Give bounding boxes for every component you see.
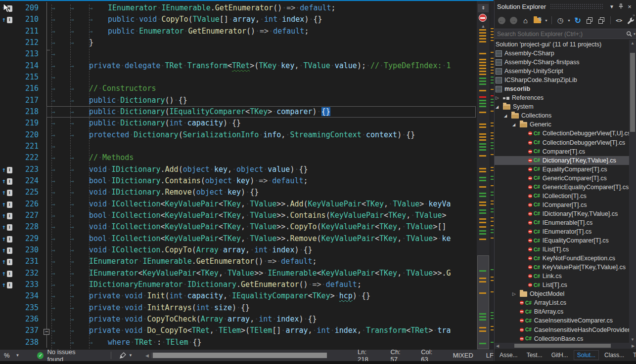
- code-text[interactable]: →→private·void·Init(int·capacity,·IEqual…: [46, 290, 476, 302]
- window-position-icon[interactable]: ▼: [607, 2, 616, 11]
- code-line[interactable]: ↑I224→→bool·IDictionary.Contains(object·…: [0, 175, 476, 187]
- tree-item[interactable]: ◢System: [495, 102, 636, 111]
- line-number[interactable]: 226: [15, 199, 39, 210]
- scrollbar-track[interactable]: [500, 344, 630, 348]
- code-text[interactable]: →→//·Methods: [46, 152, 476, 163]
- line-number[interactable]: 223: [15, 164, 39, 175]
- line-number[interactable]: 213: [15, 48, 39, 60]
- code-line[interactable]: ↑I230→→void·ICollection.CopyTo(Array·arr…: [0, 244, 476, 256]
- tree-item[interactable]: C#Comparer[T].cs: [495, 147, 636, 156]
- code-line[interactable]: ↑I225→→void·IDictionary.Remove(object·ke…: [0, 187, 476, 198]
- line-number[interactable]: 211: [15, 26, 39, 37]
- code-text[interactable]: →→IDictionaryEnumerator·IDictionary.GetE…: [46, 279, 476, 290]
- horizontal-scrollbar[interactable]: [151, 353, 320, 358]
- code-text[interactable]: →→public·Dictionary()·{}: [46, 95, 476, 106]
- code-line[interactable]: ↑I229→→bool·ICollection<KeyValuePair<TKe…: [0, 233, 476, 244]
- line-number[interactable]: 237: [15, 325, 39, 336]
- code-text[interactable]: →→private·delegate·TRet·Transform<TRet>(…: [46, 60, 476, 72]
- code-text[interactable]: →→→where·TRet·:·TElem·{}: [46, 337, 476, 348]
- collapse-region-button[interactable]: −: [44, 329, 49, 335]
- horizontal-scrollbar-thumb[interactable]: [153, 353, 327, 358]
- tree-item[interactable]: C#Dictionary[TKey,TValue].cs: [495, 156, 636, 165]
- chevron-down-icon[interactable]: ▼: [545, 19, 548, 22]
- code-text[interactable]: →→public·Dictionary(int·capacity)·{}: [46, 118, 476, 129]
- code-line[interactable]: ↑I231→→IEnumerator·IEnumerable.GetEnumer…: [0, 256, 476, 267]
- tree-horizontal-scrollbar[interactable]: ◀ ▶: [495, 343, 636, 349]
- tree-item[interactable]: Solution 'project-gui' (11 of 11 project…: [495, 40, 636, 49]
- tree-item[interactable]: C#CaseInsensitiveComparer.cs: [495, 316, 636, 325]
- expander-open-icon[interactable]: ◢: [504, 114, 511, 118]
- line-number[interactable]: 235: [15, 302, 39, 314]
- code-text[interactable]: →→private·void·Do_CopyTo<TRet,·TElem>(TE…: [46, 325, 476, 336]
- tree-item[interactable]: C#IEqualityComparer[T].cs: [495, 236, 636, 245]
- close-icon[interactable]: ×: [625, 2, 634, 11]
- scrollbar-thumb[interactable]: [514, 344, 611, 348]
- code-text[interactable]: →→bool·IDictionary.Contains(object·key)·…: [46, 175, 476, 187]
- sync-with-active-document-button[interactable]: [533, 15, 543, 26]
- override-glyph-icon[interactable]: ↑I: [0, 199, 15, 210]
- code-line[interactable]: 235→→private·void·InitArrays(int·size)·{…: [0, 302, 476, 314]
- code-line[interactable]: 222→→//·Methods: [0, 152, 476, 163]
- line-number[interactable]: 217: [15, 95, 39, 106]
- override-glyph-icon[interactable]: ↑I: [0, 233, 15, 244]
- tree-item[interactable]: C#Link.cs: [495, 272, 636, 281]
- tree-item[interactable]: C#ICollection[T].cs: [495, 192, 636, 201]
- expander-open-icon[interactable]: ◢: [496, 105, 503, 109]
- code-line[interactable]: 239→→private·static·KeyValuePair<TKey,·T…: [0, 348, 476, 350]
- code-line[interactable]: ↑I209→→→IEnumerator·IEnumerable.GetEnume…: [0, 2, 476, 14]
- code-line[interactable]: ↑I228→→void·ICollection<KeyValuePair<TKe…: [0, 221, 476, 233]
- tree-item[interactable]: C#IEnumerable[T].cs: [495, 218, 636, 227]
- tree-item[interactable]: C#IEnumerator[T].cs: [495, 227, 636, 236]
- tree-item[interactable]: ◢Generic: [495, 120, 636, 129]
- view-code-button[interactable]: <>: [614, 15, 624, 26]
- collapse-all-button[interactable]: [585, 15, 594, 26]
- scroll-right-arrow[interactable]: ▶: [630, 344, 636, 348]
- override-glyph-icon[interactable]: ↑I: [0, 221, 15, 233]
- line-number[interactable]: 236: [15, 314, 39, 325]
- home-button[interactable]: ⌂: [520, 15, 530, 26]
- tool-window-tab[interactable]: Solut...: [574, 350, 599, 360]
- line-number[interactable]: 210: [15, 14, 39, 25]
- code-text[interactable]: →→void·ICollection<KeyValuePair<TKey,·TV…: [46, 221, 476, 233]
- tool-window-tab[interactable]: Test...: [523, 350, 546, 360]
- override-glyph-icon[interactable]: ↑I: [0, 244, 15, 256]
- line-number[interactable]: 225: [15, 187, 39, 198]
- pin-icon[interactable]: [616, 2, 625, 11]
- tree-item[interactable]: C#List[T].cs: [495, 281, 636, 289]
- code-line[interactable]: 213→: [0, 48, 476, 60]
- scrollbar-thumb[interactable]: [630, 53, 635, 132]
- document-health-indicator[interactable]: ✓ No issues found: [37, 348, 90, 363]
- line-number[interactable]: 231: [15, 256, 39, 267]
- tree-item[interactable]: ▷References: [495, 93, 636, 102]
- code-text[interactable]: →→public·Dictionary(IEqualityComparer<TK…: [46, 106, 476, 118]
- code-line[interactable]: 214→→private·delegate·TRet·Transform<TRe…: [0, 60, 476, 72]
- tree-item[interactable]: Assembly-UnityScript: [495, 67, 636, 76]
- editor-scrollbar[interactable]: ⇕ ▲: [477, 1, 490, 350]
- code-text[interactable]: →→protected·Dictionary(SerializationInfo…: [46, 129, 476, 141]
- tree-item[interactable]: C#BitArray.cs: [495, 307, 636, 316]
- code-line[interactable]: 218→→public·Dictionary(IEqualityComparer…: [0, 106, 476, 118]
- override-glyph-icon[interactable]: ↑I: [0, 268, 15, 279]
- toolbar-overflow-icon[interactable]: »: [633, 13, 635, 18]
- tree-item[interactable]: C#IDictionary[TKey,TValue].cs: [495, 209, 636, 218]
- override-glyph-icon[interactable]: ↑I: [0, 14, 15, 25]
- override-glyph-icon[interactable]: ↑I: [0, 210, 15, 221]
- refresh-button[interactable]: ↻: [573, 15, 583, 26]
- line-number[interactable]: 219: [15, 118, 39, 129]
- scroll-left-arrow[interactable]: ◀: [495, 344, 500, 348]
- search-icon[interactable]: ▼: [626, 31, 636, 37]
- code-text[interactable]: →: [46, 48, 476, 60]
- tree-item[interactable]: C#IList[T].cs: [495, 245, 636, 254]
- code-text[interactable]: →→bool·ICollection<KeyValuePair<TKey,·TV…: [46, 233, 476, 244]
- line-number[interactable]: 234: [15, 290, 39, 302]
- preview-selected-items-button[interactable]: [596, 15, 606, 26]
- expander-closed-icon[interactable]: ▷: [496, 95, 503, 100]
- line-number[interactable]: 220: [15, 129, 39, 141]
- tool-window-tab[interactable]: Tea...: [630, 350, 636, 360]
- line-number[interactable]: 229: [15, 233, 39, 244]
- code-line[interactable]: ↑I227→→bool·ICollection<KeyValuePair<TKe…: [0, 210, 476, 221]
- code-line[interactable]: 237→→private·void·Do_CopyTo<TRet,·TElem>…: [0, 325, 476, 336]
- code-line[interactable]: 221→: [0, 141, 476, 152]
- code-text[interactable]: →→→public·void·CopyTo(TValue[]·array,·in…: [46, 14, 476, 25]
- override-glyph-icon[interactable]: ↑I: [0, 175, 15, 187]
